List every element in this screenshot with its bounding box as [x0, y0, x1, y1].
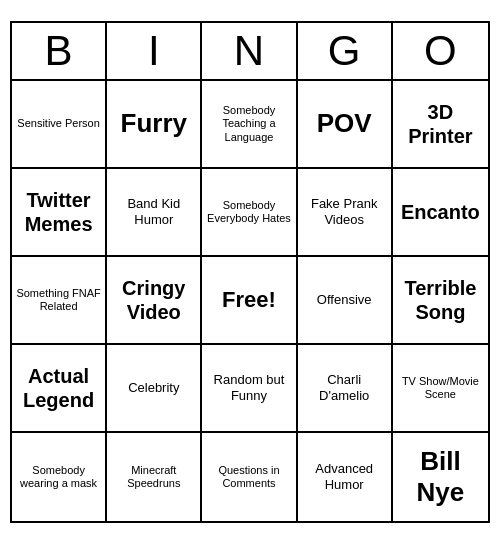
bingo-cell-18[interactable]: Charli D'amelio: [298, 345, 393, 433]
bingo-cell-10[interactable]: Something FNAF Related: [12, 257, 107, 345]
bingo-cell-8[interactable]: Fake Prank Videos: [298, 169, 393, 257]
bingo-cell-12[interactable]: Free!: [202, 257, 297, 345]
letter-n: N: [202, 23, 297, 79]
bingo-cell-3[interactable]: POV: [298, 81, 393, 169]
bingo-cell-6[interactable]: Band Kid Humor: [107, 169, 202, 257]
bingo-cell-13[interactable]: Offensive: [298, 257, 393, 345]
bingo-cell-1[interactable]: Furry: [107, 81, 202, 169]
bingo-cell-21[interactable]: Minecraft Speedruns: [107, 433, 202, 521]
letter-i: I: [107, 23, 202, 79]
bingo-cell-15[interactable]: Actual Legend: [12, 345, 107, 433]
letter-o: O: [393, 23, 488, 79]
bingo-cell-14[interactable]: Terrible Song: [393, 257, 488, 345]
letter-b: B: [12, 23, 107, 79]
bingo-cell-23[interactable]: Advanced Humor: [298, 433, 393, 521]
bingo-cell-2[interactable]: Somebody Teaching a Language: [202, 81, 297, 169]
bingo-cell-22[interactable]: Questions in Comments: [202, 433, 297, 521]
bingo-cell-20[interactable]: Somebody wearing a mask: [12, 433, 107, 521]
bingo-header: B I N G O: [12, 23, 488, 81]
bingo-grid: Sensitive PersonFurrySomebody Teaching a…: [12, 81, 488, 521]
letter-g: G: [298, 23, 393, 79]
bingo-cell-17[interactable]: Random but Funny: [202, 345, 297, 433]
bingo-cell-9[interactable]: Encanto: [393, 169, 488, 257]
bingo-cell-19[interactable]: TV Show/Movie Scene: [393, 345, 488, 433]
bingo-card: B I N G O Sensitive PersonFurrySomebody …: [10, 21, 490, 523]
bingo-cell-24[interactable]: Bill Nye: [393, 433, 488, 521]
bingo-cell-0[interactable]: Sensitive Person: [12, 81, 107, 169]
bingo-cell-16[interactable]: Celebrity: [107, 345, 202, 433]
bingo-cell-5[interactable]: Twitter Memes: [12, 169, 107, 257]
bingo-cell-11[interactable]: Cringy Video: [107, 257, 202, 345]
bingo-cell-4[interactable]: 3D Printer: [393, 81, 488, 169]
bingo-cell-7[interactable]: Somebody Everybody Hates: [202, 169, 297, 257]
